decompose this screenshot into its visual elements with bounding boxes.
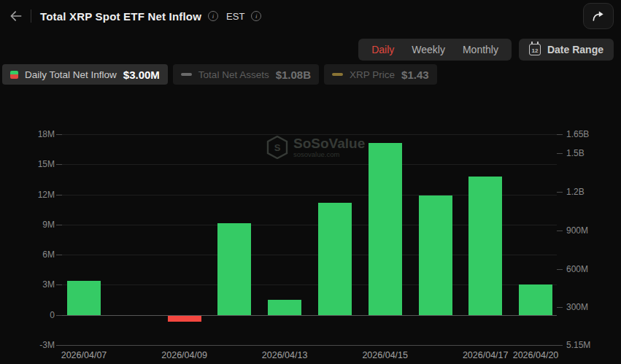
right-axis-tick [557,192,563,193]
date-range-button[interactable]: 12 Date Range [519,39,614,61]
right-axis-tick [557,307,563,308]
bar-2026/04/15[interactable] [369,143,402,314]
title-info-icon[interactable] [208,11,218,21]
left-axis-tick [56,345,62,346]
chart: S SoSoValue sosovalue.com 18M15M12M9M6M3… [0,124,621,364]
page-title: Total XRP Spot ETF Net Inflow [40,10,201,23]
legend-label: XRP Price [350,69,395,80]
legend-item-total-net-assets[interactable]: Total Net Assets $1.08B [173,64,319,85]
left-axis-tick [56,195,62,195]
share-button[interactable] [583,3,614,29]
tab-weekly[interactable]: Weekly [403,40,454,59]
period-tab-group: Daily Weekly Monthly [358,39,512,61]
legend-label: Total Net Assets [198,69,269,80]
header: Total XRP Spot ETF Net Inflow EST [0,0,621,32]
back-arrow-icon [9,9,23,23]
gridline [62,134,557,135]
left-axis-tick [56,284,62,285]
right-axis-tick [557,134,563,135]
x-axis-label: 2026/04/07 [51,350,117,360]
right-axis-tick [557,345,563,346]
calendar-day-number: 12 [532,47,539,55]
left-axis-label: 18M [11,130,55,139]
legend-value: $3.00M [123,69,160,81]
left-axis-label: -3M [11,341,55,349]
share-icon [591,9,606,23]
xrp-etf-inflow-page: Total XRP Spot ETF Net Inflow EST Daily … [0,0,621,364]
x-axis-label: 2026/04/15 [352,350,418,360]
right-axis-tick [557,269,563,270]
gridline [62,345,557,346]
date-range-label: Date Range [547,44,603,55]
right-axis-label: 900M [566,226,610,235]
right-axis-label: 1.65B [566,130,610,139]
svg-text:S: S [274,142,281,153]
watermark-domain: sosovalue.com [293,150,365,158]
zero-gridline [62,315,557,316]
left-axis-tick [56,255,62,255]
x-axis-label: 2026/04/20 [503,350,568,360]
right-axis-label: 300M [566,303,610,311]
left-axis-label: 6M [11,250,55,259]
right-axis-label: 1.5B [566,149,610,158]
legend-row: Daily Total Net Inflow $3.00M Total Net … [2,64,437,85]
dash-icon [332,73,343,76]
sosovalue-logo-icon: S [266,136,288,159]
x-axis-label: 2026/04/09 [152,350,217,360]
left-axis-label: 15M [11,160,55,169]
bar-2026/04/20[interactable] [519,284,552,314]
right-axis-label: 600M [566,265,610,274]
left-axis-tick [56,315,62,316]
tab-monthly[interactable]: Monthly [454,40,507,59]
watermark: S SoSoValue sosovalue.com [266,136,365,159]
left-axis-tick [56,164,62,165]
right-axis-label: 1.2B [566,187,610,196]
watermark-name: SoSoValue [293,136,365,150]
left-axis-label: 3M [11,280,55,289]
left-axis-tick [56,134,62,135]
timezone-label: EST [226,11,244,22]
right-axis-label: 5.15M [566,341,610,349]
back-button[interactable] [6,6,26,26]
bar-2026/04/07[interactable] [67,281,101,315]
tab-daily[interactable]: Daily [363,40,403,59]
bar-2026/04/09[interactable] [168,316,201,322]
gridline [62,164,557,165]
controls-row: Daily Weekly Monthly 12 Date Range [358,39,614,61]
legend-item-xrp-price[interactable]: XRP Price $1.43 [324,64,437,85]
bar-2026/04/10[interactable] [217,223,251,314]
right-axis-tick [557,153,563,154]
legend-label: Daily Total Net Inflow [25,69,117,80]
dash-icon [181,73,192,76]
left-axis-label: 9M [11,220,55,229]
bar-2026/04/16[interactable] [419,195,452,315]
legend-item-daily-net-inflow[interactable]: Daily Total Net Inflow $3.00M [2,64,168,85]
header-divider [31,9,31,23]
legend-value: $1.08B [276,69,311,81]
bar-2026/04/13[interactable] [268,300,301,315]
bar-2026/04/17[interactable] [468,177,502,315]
left-axis-label: 12M [11,190,55,199]
right-axis-tick [557,231,563,231]
calendar-icon: 12 [529,44,541,55]
left-axis-label: 0 [11,311,55,320]
candle-icon [10,71,18,79]
left-axis-tick [56,225,62,225]
bar-2026/04/14[interactable] [318,203,352,315]
legend-value: $1.43 [401,69,429,81]
timezone-info-icon[interactable] [251,11,261,21]
x-axis-label: 2026/04/13 [252,350,317,360]
